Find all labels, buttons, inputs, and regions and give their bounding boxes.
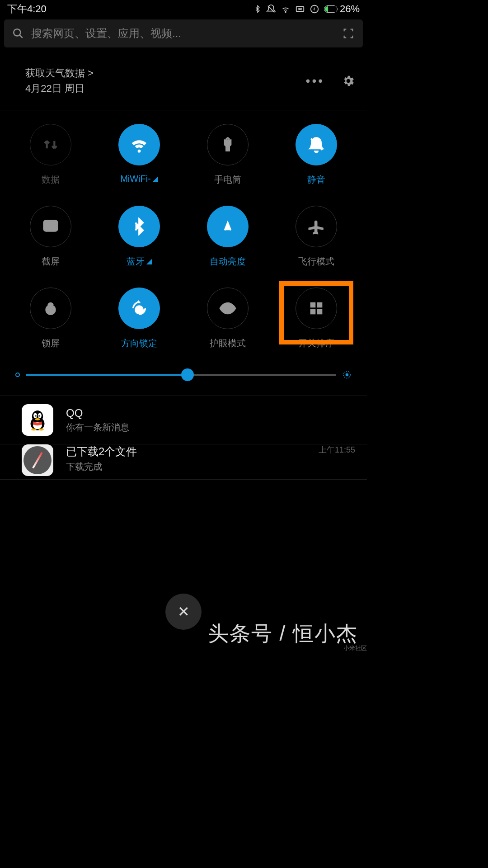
- qs-toggle-rotation-lock[interactable]: 方向锁定: [95, 288, 183, 349]
- qs-toggle-label: 自动亮度: [210, 255, 246, 268]
- qs-toggle-grid: 数据MiWiFi-手电筒静音截屏蓝牙自动亮度飞行模式锁屏方向锁定护眼模式开关排序: [0, 110, 367, 354]
- qs-toggle-label: 飞行模式: [298, 255, 334, 268]
- close-panel-button[interactable]: ✕: [165, 594, 202, 630]
- qs-toggle-label: 数据: [42, 174, 60, 186]
- notification-title: QQ: [66, 407, 355, 420]
- qs-toggle-grid[interactable]: 开关排序: [272, 288, 361, 349]
- qs-toggle-eye[interactable]: 护眼模式: [183, 288, 272, 349]
- wifi-icon: [281, 4, 291, 14]
- brightness-slider[interactable]: [0, 354, 367, 391]
- auto-brightness-icon: [207, 206, 249, 247]
- svg-point-24: [31, 429, 36, 431]
- qs-toggle-mute[interactable]: 静音: [272, 124, 361, 186]
- notification-sub: 你有一条新消息: [66, 421, 355, 434]
- brightness-thumb[interactable]: [181, 368, 194, 381]
- notification-sub: 下载完成: [66, 461, 306, 473]
- mute-icon: [266, 4, 276, 14]
- qs-toggle-screenshot[interactable]: 截屏: [6, 206, 95, 268]
- battery-icon: 26%: [324, 3, 360, 15]
- qs-toggle-label: 蓝牙: [127, 255, 152, 268]
- qq-app-icon: [22, 404, 53, 436]
- brightness-max-icon: [343, 370, 352, 379]
- svg-point-22: [35, 418, 40, 420]
- lock-icon: [30, 288, 71, 329]
- qs-toggle-lock[interactable]: 锁屏: [6, 288, 95, 349]
- svg-point-9: [225, 306, 230, 311]
- qs-toggle-label: 静音: [307, 174, 325, 186]
- notification-time: 上午11:55: [319, 444, 355, 455]
- qs-toggle-label: 手电筒: [214, 174, 241, 186]
- scan-icon[interactable]: [342, 27, 355, 40]
- search-placeholder: 搜索网页、设置、应用、视频...: [31, 26, 342, 41]
- notification-title: 已下载2个文件: [66, 444, 306, 459]
- svg-point-14: [346, 373, 349, 377]
- brightness-fill: [26, 374, 188, 376]
- qs-toggle-wifi[interactable]: MiWiFi-: [95, 124, 183, 186]
- svg-rect-12: [311, 310, 314, 313]
- svg-point-3: [14, 29, 20, 36]
- brightness-min-icon: [15, 373, 20, 377]
- qs-toggle-label: 截屏: [42, 255, 60, 268]
- bluetooth-icon: [118, 206, 160, 247]
- qs-toggle-label: 开关排序: [298, 337, 334, 349]
- status-bar: 下午4:20 26%: [0, 0, 367, 18]
- gear-icon[interactable]: [342, 74, 355, 88]
- status-icons: 26%: [253, 3, 360, 15]
- qs-toggle-airplane[interactable]: 飞行模式: [272, 206, 361, 268]
- grid-icon: [296, 288, 337, 329]
- card-icon: [295, 4, 305, 14]
- notification-item[interactable]: QQ 你有一条新消息: [0, 396, 367, 444]
- date-label: 4月22日 周日: [25, 81, 94, 96]
- status-time: 下午4:20: [7, 2, 47, 16]
- screenshot-icon: [30, 206, 71, 247]
- qs-toggle-bluetooth[interactable]: 蓝牙: [95, 206, 183, 268]
- qs-toggle-label: MiWiFi-: [120, 174, 158, 184]
- search-icon: [12, 28, 24, 39]
- flashlight-icon: [207, 124, 249, 165]
- weather-link[interactable]: 获取天气数据 >: [25, 66, 94, 81]
- watermark: 头条号 / 恒小杰: [208, 620, 358, 648]
- bluetooth-icon: [253, 4, 262, 14]
- svg-rect-10: [311, 303, 314, 307]
- svg-rect-13: [318, 310, 321, 313]
- airplane-icon: [296, 206, 337, 247]
- rotation-lock-icon: [118, 288, 160, 329]
- watermark-small: 小米社区: [343, 644, 367, 652]
- qs-toggle-data[interactable]: 数据: [6, 124, 95, 186]
- qs-toggle-auto-brightness[interactable]: 自动亮度: [183, 206, 272, 268]
- svg-point-0: [285, 12, 286, 13]
- battery-percent: 26%: [340, 3, 360, 15]
- wifi-icon: [118, 124, 160, 165]
- download-app-icon: [22, 444, 53, 476]
- charging-icon: [310, 4, 319, 14]
- eye-icon: [207, 288, 249, 329]
- svg-rect-11: [318, 303, 321, 307]
- qs-toggle-flashlight[interactable]: 手电筒: [183, 124, 272, 186]
- svg-point-25: [38, 429, 43, 431]
- svg-point-21: [38, 415, 40, 416]
- mute-icon: [296, 124, 337, 165]
- qs-toggle-label: 锁屏: [42, 337, 60, 349]
- qs-toggle-label: 方向锁定: [121, 337, 157, 349]
- notification-item[interactable]: 已下载2个文件 下载完成 上午11:55: [0, 444, 367, 480]
- search-bar[interactable]: 搜索网页、设置、应用、视频...: [4, 19, 363, 47]
- close-icon: ✕: [178, 603, 190, 620]
- data-icon: [30, 124, 71, 165]
- svg-point-20: [35, 415, 37, 416]
- qs-toggle-label: 护眼模式: [210, 337, 246, 349]
- svg-point-6: [51, 226, 55, 229]
- more-icon[interactable]: •••: [306, 74, 324, 88]
- panel-header: 获取天气数据 > 4月22日 周日 •••: [0, 47, 367, 110]
